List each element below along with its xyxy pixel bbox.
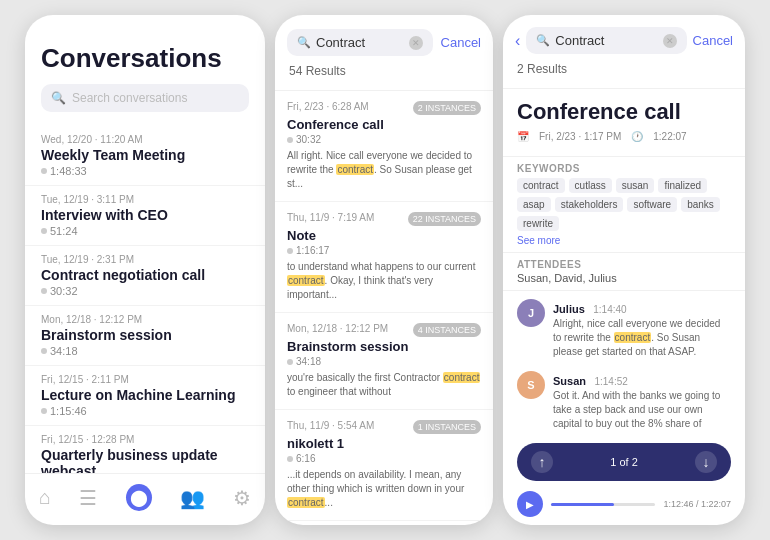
- keywords-list: contract cutlass susan finalized asap st…: [517, 178, 731, 231]
- result-meta: Mon, 12/18 · 12:12 PM 4 INSTANCES: [287, 323, 481, 337]
- audio-progress-bar[interactable]: [551, 503, 655, 506]
- convo-title: Lecture on Machine Learning: [41, 387, 249, 403]
- result-title: Note: [287, 228, 481, 243]
- search-query: Contract: [316, 35, 365, 50]
- keyword-tag[interactable]: susan: [616, 178, 655, 193]
- keyword-tag[interactable]: contract: [517, 178, 565, 193]
- convo-date: Tue, 12/19 · 2:31 PM: [41, 254, 249, 265]
- result-date: Thu, 11/9 · 7:19 AM: [287, 212, 374, 223]
- bottom-nav: ⌂ ☰ ⬤ 👥 ⚙: [25, 473, 265, 525]
- convo-title: Interview with CEO: [41, 207, 249, 223]
- keywords-section: KEYWORDS contract cutlass susan finalize…: [503, 157, 745, 253]
- dot-icon: [41, 348, 47, 354]
- convo-date: Tue, 12/19 · 3:11 PM: [41, 194, 249, 205]
- clear-search-button[interactable]: ✕: [663, 34, 677, 48]
- list-item[interactable]: Tue, 12/19 · 3:11 PM Interview with CEO …: [25, 186, 265, 246]
- keyword-tag[interactable]: asap: [517, 197, 551, 212]
- cancel-button[interactable]: Cancel: [441, 35, 481, 50]
- transcript-text: Got it. And with the banks we going to t…: [553, 389, 731, 431]
- phone-detail: ‹ 🔍 Contract ✕ Cancel 2 Results Conferen…: [503, 15, 745, 525]
- search-input[interactable]: 🔍 Contract ✕: [526, 27, 686, 54]
- dot-icon: [287, 248, 293, 254]
- result-instances: 1 INSTANCES: [413, 420, 481, 434]
- keyword-tag[interactable]: software: [627, 197, 677, 212]
- search-icon: 🔍: [297, 36, 311, 49]
- keywords-label: KEYWORDS: [517, 163, 731, 174]
- attendees-names: Susan, David, Julius: [517, 272, 731, 284]
- attendees-section: ATTENDEES Susan, David, Julius: [503, 253, 745, 291]
- home-nav-icon[interactable]: ⌂: [39, 486, 51, 509]
- dot-icon: [41, 228, 47, 234]
- result-title: nikolett 1: [287, 436, 481, 451]
- list-item[interactable]: Tue, 12/19 · 2:31 PM Contract negotiatio…: [25, 246, 265, 306]
- list-nav-icon[interactable]: ☰: [79, 486, 97, 510]
- conversations-title: Conversations: [41, 43, 249, 74]
- transcript-content: Susan 1:14:52 Got it. And with the banks…: [553, 371, 731, 431]
- attendees-label: ATTENDEES: [517, 259, 731, 270]
- gear-nav-icon[interactable]: ⚙: [233, 486, 251, 510]
- result-item[interactable]: Thu, 11/9 · 7:19 AM 22 INSTANCES Note 1:…: [275, 202, 493, 313]
- list-item[interactable]: Fri, 12/15 · 2:11 PM Lecture on Machine …: [25, 366, 265, 426]
- play-button[interactable]: ▶: [517, 491, 543, 517]
- search-header: 🔍 Contract ✕ Cancel 54 Results: [275, 15, 493, 91]
- transcript-text: Alright, nice call everyone we decided t…: [553, 317, 731, 359]
- cancel-button[interactable]: Cancel: [693, 33, 733, 48]
- convo-title: Weekly Team Meeting: [41, 147, 249, 163]
- detail-title: Conference call: [517, 99, 731, 125]
- list-item[interactable]: Wed, 12/20 · 11:20 AM Weekly Team Meetin…: [25, 126, 265, 186]
- convo-date: Wed, 12/20 · 11:20 AM: [41, 134, 249, 145]
- result-item[interactable]: Thu, 11/9 · 5:54 AM 1 INSTANCES nikolett…: [275, 410, 493, 521]
- result-item[interactable]: Fri, 2/23 · 6:28 AM 2 INSTANCES Conferen…: [275, 91, 493, 202]
- result-instances: 22 INSTANCES: [408, 212, 481, 226]
- search-input[interactable]: 🔍 Contract ✕: [287, 29, 433, 56]
- dot-icon: [41, 408, 47, 414]
- result-instances: 4 INSTANCES: [413, 323, 481, 337]
- detail-date: Fri, 2/23 · 1:17 PM: [539, 131, 621, 142]
- audio-progress-fill: [551, 503, 614, 506]
- dot-icon: [41, 288, 47, 294]
- result-item[interactable]: Mon, 12/18 · 12:12 PM 4 INSTANCES Brains…: [275, 313, 493, 410]
- keyword-tag[interactable]: finalized: [658, 178, 707, 193]
- next-result-button[interactable]: ↓: [695, 451, 717, 473]
- detail-meta: 📅 Fri, 2/23 · 1:17 PM 🕐 1:22:07: [517, 131, 731, 142]
- result-meta: Thu, 11/9 · 7:19 AM 22 INSTANCES: [287, 212, 481, 226]
- clear-search-button[interactable]: ✕: [409, 36, 423, 50]
- prev-result-button[interactable]: ↑: [531, 451, 553, 473]
- keyword-tag[interactable]: stakeholders: [555, 197, 624, 212]
- search-bar[interactable]: 🔍 Search conversations: [41, 84, 249, 112]
- search-icon: 🔍: [536, 34, 550, 47]
- highlight: contract: [336, 164, 374, 175]
- result-snippet: All right. Nice call everyone we decided…: [287, 149, 481, 191]
- highlight: contract: [287, 497, 325, 508]
- keyword-tag[interactable]: banks: [681, 197, 720, 212]
- back-button[interactable]: ‹: [515, 32, 520, 50]
- mic-nav-icon[interactable]: ⬤: [126, 484, 152, 511]
- highlight: contract: [614, 332, 652, 343]
- result-title: Conference call: [287, 117, 481, 132]
- result-snippet: you're basically the first Contractor co…: [287, 371, 481, 399]
- result-duration: 30:32: [287, 134, 481, 145]
- users-nav-icon[interactable]: 👥: [180, 486, 205, 510]
- see-more-button[interactable]: See more: [517, 235, 731, 246]
- result-duration: 6:16: [287, 453, 481, 464]
- detail-title-section: Conference call 📅 Fri, 2/23 · 1:17 PM 🕐 …: [503, 89, 745, 157]
- phone-conversations: Conversations 🔍 Search conversations Wed…: [25, 15, 265, 525]
- results-count: 54 Results: [287, 64, 481, 82]
- keyword-tag[interactable]: rewrite: [517, 216, 559, 231]
- keyword-tag[interactable]: cutlass: [569, 178, 612, 193]
- convo-date: Fri, 12/15 · 12:28 PM: [41, 434, 249, 445]
- result-title: Brainstorm session: [287, 339, 481, 354]
- result-meta: Thu, 11/9 · 5:54 AM 1 INSTANCES: [287, 420, 481, 434]
- result-duration: 1:16:17: [287, 245, 481, 256]
- conversations-header: Conversations 🔍 Search conversations: [25, 15, 265, 122]
- result-snippet: to understand what happens to our curren…: [287, 260, 481, 302]
- speaker-name: Susan: [553, 375, 586, 387]
- result-duration: 34:18: [287, 356, 481, 367]
- dot-icon: [41, 168, 47, 174]
- list-item[interactable]: Mon, 12/18 · 12:12 PM Brainstorm session…: [25, 306, 265, 366]
- results-list: Fri, 2/23 · 6:28 AM 2 INSTANCES Conferen…: [275, 91, 493, 525]
- list-item[interactable]: Fri, 12/15 · 12:28 PM Quarterly business…: [25, 426, 265, 473]
- transcript-content: Julius 1:14:40 Alright, nice call everyo…: [553, 299, 731, 359]
- phone-search-results: 🔍 Contract ✕ Cancel 54 Results Fri, 2/23…: [275, 15, 493, 525]
- speaker-time: 1:14:52: [594, 376, 627, 387]
